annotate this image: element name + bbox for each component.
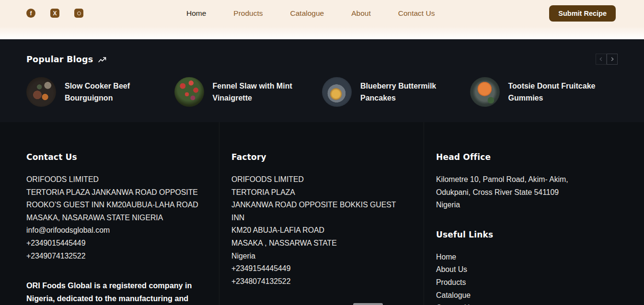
popular-blogs-section: Popular Blogs Slow Cooker Beef Bourguign…	[0, 39, 644, 122]
instagram-lens	[77, 11, 81, 15]
footer-head-office-column: Head Office Kilometre 10, Pamol Road, Ak…	[424, 122, 644, 305]
blog-photo-fruitcake-gummies	[470, 77, 500, 107]
footer-contact-column: Contact Us ORIFOODS LIMITED TERTORIA PLA…	[0, 122, 219, 305]
carousel-prev-button[interactable]	[596, 54, 607, 65]
blog-title: Tootsie Donut Fruitcake Gummies	[508, 80, 596, 104]
footer-link-products[interactable]: Products	[436, 276, 625, 289]
address-line: Nigeria	[436, 199, 625, 212]
x-twitter-icon[interactable]: X	[50, 9, 59, 18]
head-office-address: Kilometre 10, Pamol Road, Akim- Akim, Od…	[436, 173, 625, 212]
horizontal-scrollbar-thumb[interactable]	[353, 303, 383, 305]
address-line: Nigeria	[231, 250, 409, 263]
address-line: KM20 ABUJA-LAFIA ROAD	[231, 224, 409, 237]
nav-about[interactable]: About	[351, 9, 371, 18]
blog-card-blueberry-pancakes[interactable]: Blueberry Buttermilk Pancakes	[322, 77, 470, 107]
nav-products[interactable]: Products	[233, 9, 263, 18]
footer-link-catalogue[interactable]: Catalogue	[436, 289, 625, 302]
chevron-right-icon	[610, 57, 614, 61]
contact-us-heading: Contact Us	[26, 152, 200, 162]
factory-address: ORIFOODS LIMITED TERTORIA PLAZA JANKANWA…	[231, 173, 409, 288]
contact-address: ORIFOODS LIMITED TERTORIA PLAZA JANKANWA…	[26, 173, 200, 262]
footer-link-about-us[interactable]: About Us	[436, 263, 625, 276]
footer-link-contact-us[interactable]: Contact Us	[436, 302, 625, 305]
company-description: ORI Foods Global is a registered company…	[26, 279, 200, 305]
blog-title: Slow Cooker Beef Bourguignon	[65, 80, 130, 104]
top-navigation-bar: f X Home Products Catalogue About Contac…	[0, 0, 644, 26]
trending-up-icon	[98, 56, 107, 63]
blog-cards-row: Slow Cooker Beef Bourguignon Fennel Slaw…	[26, 77, 618, 107]
submit-recipe-button[interactable]: Submit Recipe	[549, 5, 616, 22]
contact-phone-link[interactable]: +2349015445449	[26, 237, 200, 250]
address-line: MASAKA , NASSARWA STATE	[231, 237, 409, 250]
address-line: MASAKA, NASARAWA STATE NIGERIA	[26, 212, 200, 225]
carousel-next-button[interactable]	[607, 54, 618, 65]
contact-phone-link[interactable]: +2349074132522	[26, 250, 200, 263]
address-line: Odukpani, Cross River State 541109	[436, 186, 625, 199]
address-line: ORIFOODS LIMITED	[26, 173, 200, 186]
nav-contact-us[interactable]: Contact Us	[398, 9, 435, 18]
blog-photo-fennel-slaw	[174, 77, 204, 107]
useful-links-block: Useful Links Home About Us Products Cata…	[436, 230, 625, 305]
address-line: TERTORIA PLAZA JANKANWA ROAD OPPOSITE	[26, 186, 200, 199]
chevron-left-icon	[599, 57, 603, 61]
blog-photo-beef-bourguignon	[26, 77, 56, 107]
footer-factory-column: Factory ORIFOODS LIMITED TERTORIA PLAZA …	[219, 122, 424, 305]
header-fade-strip	[0, 26, 644, 39]
nav-home[interactable]: Home	[186, 9, 206, 18]
site-footer: Contact Us ORIFOODS LIMITED TERTORIA PLA…	[0, 122, 644, 305]
facebook-icon[interactable]: f	[26, 9, 35, 18]
address-line: ROOKO’S GUEST INN KM20AUBUA-LAHA ROAD	[26, 199, 200, 212]
factory-phone-link[interactable]: +2349154445449	[231, 262, 409, 275]
blog-card-fennel-slaw[interactable]: Fennel Slaw with Mint Vinaigrette	[174, 77, 322, 107]
instagram-icon[interactable]	[74, 9, 83, 18]
factory-heading: Factory	[231, 152, 409, 162]
useful-links-heading: Useful Links	[436, 230, 625, 239]
facebook-glyph: f	[30, 10, 32, 17]
head-office-heading: Head Office	[436, 152, 625, 162]
blog-photo-blueberry-pancakes	[322, 77, 352, 107]
footer-link-home[interactable]: Home	[436, 251, 625, 264]
social-icons-group: f X	[26, 9, 83, 18]
factory-phone-link[interactable]: +2348074132522	[231, 275, 409, 288]
main-nav: Home Products Catalogue About Contact Us	[186, 9, 435, 18]
nav-catalogue[interactable]: Catalogue	[290, 9, 324, 18]
blog-card-slow-cooker-beef[interactable]: Slow Cooker Beef Bourguignon	[26, 77, 174, 107]
address-line: ORIFOODS LIMITED	[231, 173, 409, 186]
popular-blogs-heading: Popular Blogs	[26, 55, 93, 64]
address-line: JANKANWA ROAD OPPOSITE BOKKIS GUEST INN	[231, 199, 409, 224]
blog-title: Blueberry Buttermilk Pancakes	[360, 80, 436, 104]
carousel-arrows	[596, 54, 618, 65]
address-line: TERTORIA PLAZA	[231, 186, 409, 199]
blog-card-fruitcake-gummies[interactable]: Tootsie Donut Fruitcake Gummies	[470, 77, 618, 107]
address-line: Kilometre 10, Pamol Road, Akim- Akim,	[436, 173, 625, 186]
blog-title: Fennel Slaw with Mint Vinaigrette	[213, 80, 292, 104]
x-glyph: X	[53, 10, 57, 17]
contact-email-link[interactable]: info@orifoodsglobal.com	[26, 224, 200, 237]
